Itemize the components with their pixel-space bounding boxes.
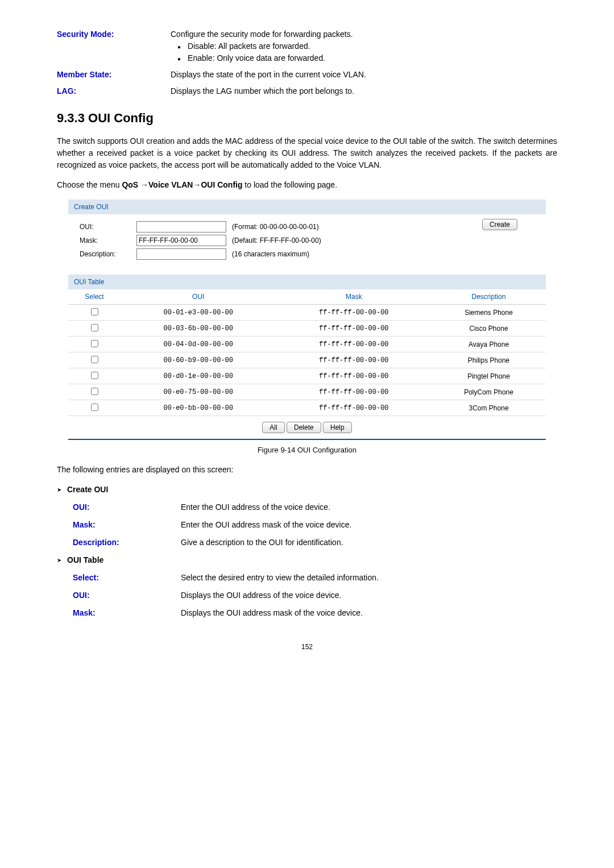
para2-a: Choose the menu: [57, 180, 122, 189]
row-mask: ff-ff-ff-00-00-00: [276, 400, 432, 416]
row-desc: 3Com Phone: [432, 400, 546, 416]
ouitable-oui-desc: Displays the OUI address of the voice de…: [181, 589, 557, 601]
row-desc: Siemens Phone: [432, 305, 546, 321]
table-row: 00-60-b9-00-00-00ff-ff-ff-00-00-00Philip…: [68, 352, 546, 368]
row-mask: ff-ff-ff-00-00-00: [276, 352, 432, 368]
lag-label: LAG:: [57, 86, 76, 95]
figure-caption: Figure 9-14 OUI Configuration: [57, 445, 557, 456]
create-oui-description-desc: Give a description to the OUI for identi…: [181, 537, 557, 549]
delete-button[interactable]: Delete: [287, 422, 321, 433]
row-select-checkbox[interactable]: [91, 340, 98, 347]
section-para1: The switch supports OUI creation and add…: [57, 135, 557, 171]
row-mask: ff-ff-ff-00-00-00: [276, 384, 432, 400]
row-select-checkbox[interactable]: [91, 356, 98, 363]
oui-table-header: OUI Table: [68, 275, 546, 289]
row-select-checkbox[interactable]: [91, 324, 98, 331]
col-desc: Description: [432, 289, 546, 305]
member-state-desc: Displays the state of the port in the cu…: [171, 69, 557, 81]
table-row: 00-e0-75-00-00-00ff-ff-ff-00-00-00PolyCo…: [68, 384, 546, 400]
create-oui-mask-desc: Enter the OUI address mask of the voice …: [181, 519, 557, 531]
col-oui: OUI: [121, 289, 276, 305]
following-entries: The following entries are displayed on t…: [57, 464, 557, 476]
description-hint: (16 characters maximum): [232, 249, 309, 259]
row-oui: 00-03-6b-00-00-00: [121, 321, 276, 337]
row-desc: Philips Phone: [432, 352, 546, 368]
row-select-checkbox[interactable]: [91, 308, 98, 315]
ouitable-mask-label: Mask:: [73, 608, 96, 617]
row-select-checkbox[interactable]: [91, 404, 98, 411]
security-mode-bullet-disable: Disable: All packets are forwarded.: [177, 40, 557, 52]
row-select-checkbox[interactable]: [91, 388, 98, 395]
row-oui: 00-01-e3-00-00-00: [121, 305, 276, 321]
group-oui-table-title: OUI Table: [67, 555, 103, 564]
mask-hint: (Default: FF-FF-FF-00-00-00): [232, 235, 321, 246]
lag-desc: Displays the LAG number which the port b…: [171, 85, 557, 97]
all-button[interactable]: All: [262, 422, 284, 433]
security-mode-desc: Configure the security mode for forwardi…: [171, 28, 557, 40]
row-oui: 00-d0-1e-00-00-00: [121, 368, 276, 384]
oui-hint: (Format: 00-00-00-00-00-01): [232, 222, 319, 232]
ouitable-oui-label: OUI:: [73, 591, 90, 600]
table-row: 00-01-e3-00-00-00ff-ff-ff-00-00-00Siemen…: [68, 305, 546, 321]
screenshot-divider: [68, 439, 546, 440]
table-row: 00-03-6b-00-00-00ff-ff-ff-00-00-00Cisco …: [68, 321, 546, 337]
table-row: 00-d0-1e-00-00-00ff-ff-ff-00-00-00Pingte…: [68, 368, 546, 384]
row-select-checkbox[interactable]: [91, 372, 98, 379]
row-mask: ff-ff-ff-00-00-00: [276, 321, 432, 337]
ouitable-mask-desc: Displays the OUI address mask of the voi…: [181, 607, 557, 619]
row-oui: 00-e0-75-00-00-00: [121, 384, 276, 400]
row-oui: 00-e0-bb-00-00-00: [121, 400, 276, 416]
section-heading: 9.3.3 OUI Config: [57, 109, 557, 127]
create-oui-oui-desc: Enter the OUI address of the voice devic…: [181, 501, 557, 513]
row-desc: Avaya Phone: [432, 337, 546, 352]
oui-field-label: OUI:: [80, 222, 136, 232]
row-oui: 00-04-0d-00-00-00: [121, 337, 276, 352]
row-desc: Cisco Phone: [432, 321, 546, 337]
security-mode-bullet-enable: Enable: Only voice data are forwarded.: [177, 52, 557, 64]
help-button[interactable]: Help: [323, 422, 352, 433]
create-button[interactable]: Create: [482, 219, 517, 230]
oui-input[interactable]: [136, 221, 226, 232]
ouitable-select-desc: Select the desired entry to view the det…: [181, 572, 557, 584]
col-mask: Mask: [276, 289, 432, 305]
row-desc: PolyCom Phone: [432, 384, 546, 400]
row-oui: 00-60-b9-00-00-00: [121, 352, 276, 368]
table-row: 00-04-0d-00-00-00ff-ff-ff-00-00-00Avaya …: [68, 337, 546, 352]
create-oui-mask-label: Mask:: [73, 520, 96, 529]
row-mask: ff-ff-ff-00-00-00: [276, 305, 432, 321]
row-mask: ff-ff-ff-00-00-00: [276, 368, 432, 384]
mask-field-label: Mask:: [80, 235, 136, 246]
create-oui-header: Create OUI: [68, 200, 546, 214]
para2-c: to load the following page.: [242, 180, 337, 189]
row-desc: Pingtel Phone: [432, 368, 546, 384]
description-field-label: Description:: [80, 249, 136, 259]
member-state-label: Member State:: [57, 70, 111, 79]
description-input[interactable]: [136, 248, 226, 260]
create-oui-oui-label: OUI:: [73, 502, 90, 512]
para2-b: QoS →Voice VLAN→OUI Config: [122, 180, 242, 189]
oui-table: Select OUI Mask Description 00-01-e3-00-…: [68, 289, 546, 416]
mask-input[interactable]: [136, 235, 226, 246]
col-select: Select: [68, 289, 121, 305]
table-row: 00-e0-bb-00-00-00ff-ff-ff-00-00-003Com P…: [68, 400, 546, 416]
ouitable-select-label: Select:: [73, 573, 99, 582]
section-para2: Choose the menu QoS →Voice VLAN→OUI Conf…: [57, 179, 557, 191]
oui-config-screenshot: Create OUI OUI: (Format: 00-00-00-00-00-…: [68, 200, 546, 433]
row-mask: ff-ff-ff-00-00-00: [276, 337, 432, 352]
create-oui-description-label: Description:: [73, 538, 119, 547]
page-number: 152: [57, 642, 557, 652]
security-mode-label: Security Mode:: [57, 30, 114, 39]
group-create-oui-title: Create OUI: [67, 485, 108, 494]
